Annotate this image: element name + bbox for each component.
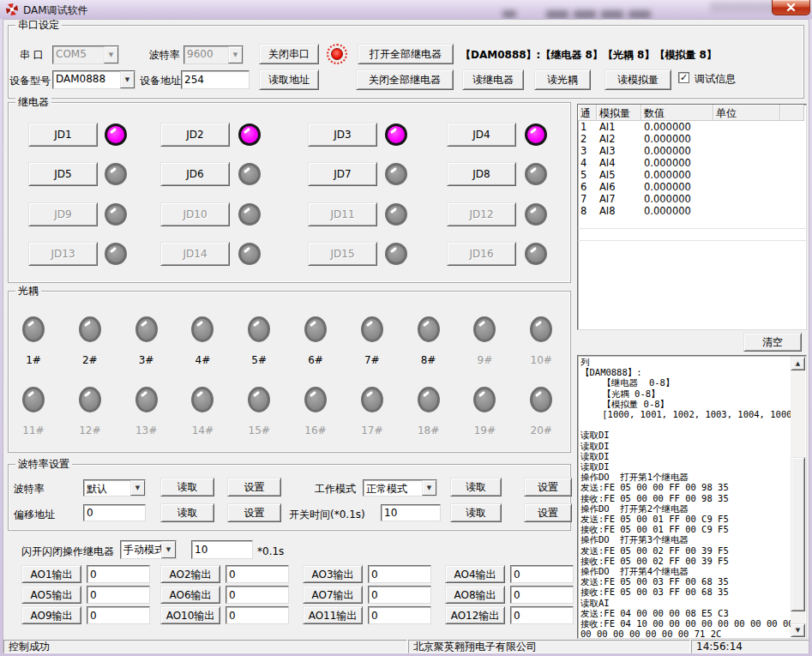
titlebar[interactable]: DAM调试软件 bbox=[0, 0, 812, 19]
device-address-input[interactable] bbox=[181, 70, 250, 89]
model-label: 设备型号 bbox=[9, 75, 51, 87]
scroll-down-icon[interactable]: ▼ bbox=[791, 623, 805, 637]
ao-input-6[interactable] bbox=[226, 586, 289, 604]
app-window: DAM调试软件 串口设定 串 口 COM5 ▼ 波特率 9600 ▼ 关闭串口 … bbox=[0, 0, 812, 656]
analog-table-row[interactable]: 4AI40.000000 bbox=[578, 157, 806, 169]
relay-button-jd6[interactable]: JD6 bbox=[160, 162, 230, 186]
analog-cell: 0.000000 bbox=[641, 169, 713, 181]
scroll-up-icon[interactable]: ▲ bbox=[791, 357, 805, 370]
ao-input-9[interactable] bbox=[87, 606, 150, 624]
opto-led-17 bbox=[361, 387, 383, 412]
ao-button-12[interactable]: AO12输出 bbox=[445, 606, 505, 624]
switchtime-set-button[interactable]: 设置 bbox=[524, 503, 572, 522]
ao-input-12[interactable] bbox=[510, 606, 574, 624]
relay-button-jd8[interactable]: JD8 bbox=[447, 162, 516, 186]
baud-label: 波特率 bbox=[149, 49, 180, 61]
read-relays-button[interactable]: 读继电器 bbox=[462, 69, 524, 90]
offset-read-button[interactable]: 读取 bbox=[160, 503, 214, 522]
analog-table-row[interactable]: 8AI80.000000 bbox=[578, 205, 806, 217]
ao-input-5[interactable] bbox=[87, 586, 150, 604]
ao-input-2[interactable] bbox=[226, 565, 289, 583]
offset-set-button[interactable]: 设置 bbox=[227, 503, 281, 522]
ao-input-4[interactable] bbox=[510, 565, 574, 583]
workmode-set-button[interactable]: 设置 bbox=[524, 478, 572, 497]
analog-table-row[interactable]: 6AI60.000000 bbox=[578, 181, 806, 193]
ao-input-11[interactable] bbox=[368, 606, 431, 624]
scrollbar-thumb[interactable] bbox=[791, 457, 805, 611]
analog-column-header[interactable]: 通 bbox=[578, 105, 597, 121]
relay-button-jd3[interactable]: JD3 bbox=[308, 123, 377, 147]
ao-input-10[interactable] bbox=[226, 606, 289, 624]
read-analog-button[interactable]: 读模拟量 bbox=[604, 69, 671, 90]
baudrate-set-button[interactable]: 设置 bbox=[227, 478, 281, 497]
close-all-relays-button[interactable]: 关闭全部继电器 bbox=[356, 69, 454, 90]
glass-blur-artifact bbox=[546, 10, 568, 19]
ao-input-3[interactable] bbox=[368, 565, 431, 583]
relay-led-jd16 bbox=[525, 243, 547, 265]
analog-table-header: 通模拟量数值单位 bbox=[578, 105, 806, 121]
analog-column-header[interactable] bbox=[780, 105, 804, 121]
read-opto-button[interactable]: 读光耦 bbox=[534, 69, 591, 90]
opto-label-7: 7# bbox=[353, 354, 391, 366]
close-button[interactable] bbox=[772, 0, 810, 15]
ao-button-2[interactable]: AO2输出 bbox=[160, 565, 220, 583]
switch-time-input[interactable] bbox=[381, 504, 441, 521]
relay-button-jd5[interactable]: JD5 bbox=[28, 162, 98, 186]
serial-group-title: 串口设定 bbox=[15, 19, 62, 31]
analog-column-header[interactable]: 单位 bbox=[713, 105, 780, 121]
offset-address-label: 偏移地址 bbox=[14, 509, 55, 521]
offset-address-input[interactable] bbox=[83, 504, 146, 521]
workmode-read-button[interactable]: 读取 bbox=[450, 478, 502, 497]
ao-button-1[interactable]: AO1输出 bbox=[21, 565, 81, 583]
opto-label-3: 3# bbox=[128, 354, 165, 366]
read-address-button[interactable]: 读取地址 bbox=[259, 69, 319, 90]
open-all-relays-button[interactable]: 打开全部继电器 bbox=[358, 44, 454, 64]
device-model-combo[interactable]: DAM0888 ▼ bbox=[52, 70, 135, 89]
ao-button-3[interactable]: AO3输出 bbox=[303, 565, 363, 583]
opto-label-4: 4# bbox=[183, 354, 221, 366]
relay-button-jd9: JD9 bbox=[28, 202, 98, 226]
analog-cell: AI6 bbox=[597, 181, 641, 193]
ao-button-9[interactable]: AO9输出 bbox=[21, 606, 81, 624]
close-port-button[interactable]: 关闭串口 bbox=[259, 44, 319, 64]
analog-table-row[interactable]: 5AI50.000000 bbox=[578, 169, 806, 181]
analog-column-header[interactable]: 数值 bbox=[641, 105, 713, 121]
ao-button-5[interactable]: AO5输出 bbox=[21, 586, 81, 604]
analog-table-row[interactable]: 3AI30.000000 bbox=[578, 145, 806, 157]
ao-button-11[interactable]: AO11输出 bbox=[303, 606, 363, 624]
window-title: DAM调试软件 bbox=[23, 3, 88, 18]
relay-button-jd7[interactable]: JD7 bbox=[308, 162, 377, 186]
analog-table-row[interactable]: 1AI10.000000 bbox=[578, 121, 806, 133]
ao-button-10[interactable]: AO10输出 bbox=[160, 606, 220, 624]
ao-input-7[interactable] bbox=[368, 586, 431, 604]
relay-button-jd1[interactable]: JD1 bbox=[28, 123, 98, 147]
ao-button-7[interactable]: AO7输出 bbox=[303, 586, 363, 604]
workmode-combo[interactable]: 正常模式 ▼ bbox=[363, 479, 437, 497]
flash-time-unit-label: *0.1s bbox=[257, 545, 284, 557]
switchtime-read-button[interactable]: 读取 bbox=[450, 503, 502, 522]
analog-cell: 2 bbox=[578, 133, 597, 145]
relay-button-jd2[interactable]: JD2 bbox=[160, 123, 230, 147]
relay-button-jd4[interactable]: JD4 bbox=[447, 123, 516, 147]
flash-mode-combo[interactable]: 手动模式 ▼ bbox=[120, 540, 177, 559]
ao-button-4[interactable]: AO4输出 bbox=[445, 565, 505, 583]
ao-input-8[interactable] bbox=[510, 586, 574, 604]
log-scrollbar[interactable]: ▲ ▼ bbox=[791, 357, 805, 637]
debug-info-checkbox[interactable]: ✓ bbox=[678, 72, 689, 83]
analog-table-row[interactable]: 7AI70.000000 bbox=[578, 193, 806, 205]
baudrate-read-button[interactable]: 读取 bbox=[160, 478, 214, 497]
analog-cell: AI4 bbox=[597, 157, 641, 169]
log-panel: 列 【DAM0888】: 【继电器 0-8】 【光耦 0-8】 【模拟量 0-8… bbox=[577, 355, 807, 639]
ao-button-6[interactable]: AO6输出 bbox=[160, 586, 220, 604]
ao-button-8[interactable]: AO8输出 bbox=[445, 586, 505, 604]
relay-button-jd10: JD10 bbox=[160, 202, 230, 226]
chevron-down-icon: ▼ bbox=[104, 46, 118, 63]
baudrate-combo[interactable]: 默认 ▼ bbox=[83, 479, 146, 497]
ao-input-1[interactable] bbox=[87, 565, 150, 583]
analog-cell: 0.000000 bbox=[641, 193, 713, 205]
relay-led-jd4 bbox=[525, 123, 547, 146]
clear-log-button[interactable]: 清空 bbox=[743, 333, 802, 352]
analog-table-row[interactable]: 2AI20.000000 bbox=[578, 133, 806, 145]
flash-time-input[interactable] bbox=[191, 540, 253, 559]
analog-column-header[interactable]: 模拟量 bbox=[597, 105, 641, 121]
